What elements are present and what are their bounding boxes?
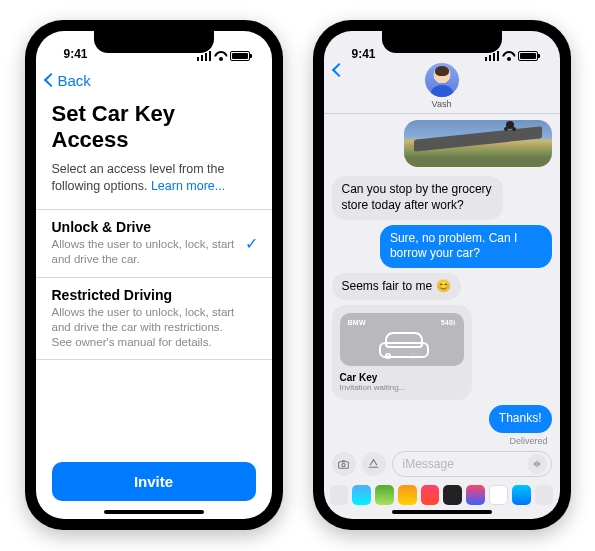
message-thread[interactable]: Can you stop by the grocery store today … (324, 114, 560, 446)
access-options: Unlock & Drive Allows the user to unlock… (36, 209, 272, 361)
status-bar: 9:41 (324, 31, 560, 63)
app-shortcut[interactable] (375, 485, 394, 505)
message-in[interactable]: Can you stop by the grocery store today … (332, 176, 504, 219)
svg-rect-0 (339, 461, 349, 468)
status-bar: 9:41 (36, 31, 272, 63)
message-out[interactable]: Sure, no problem. Can I borrow your car? (380, 225, 552, 268)
screen-messages: 9:41 Vash Can you stop by the grocery st… (324, 31, 560, 519)
phone-left: 9:41 Back Set Car Key Access Select an a… (25, 20, 283, 530)
app-shortcut[interactable] (466, 485, 485, 505)
cellular-icon (485, 51, 500, 61)
page-title: Set Car Key Access (52, 101, 256, 153)
camera-button[interactable] (332, 452, 356, 476)
key-card-title: Car Key (340, 372, 464, 383)
messages-header: Vash (324, 63, 560, 114)
camera-icon (337, 458, 350, 471)
back-button[interactable]: Back (46, 72, 91, 89)
screen-settings: 9:41 Back Set Car Key Access Select an a… (36, 31, 272, 519)
status-time: 9:41 (342, 47, 376, 61)
home-indicator[interactable] (392, 510, 492, 514)
cellular-icon (197, 51, 212, 61)
chevron-left-icon (331, 63, 345, 77)
checkmark-icon: ✓ (245, 234, 258, 253)
app-shortcut[interactable] (398, 485, 417, 505)
key-card-status: Invitation waiting... (340, 383, 464, 392)
learn-more-link[interactable]: Learn more... (151, 179, 225, 193)
app-shortcut[interactable] (512, 485, 531, 505)
contact-name: Vash (324, 99, 560, 109)
dictate-button[interactable] (527, 454, 547, 474)
option-title: Restricted Driving (52, 287, 256, 303)
emoji-smile-icon: 😊 (436, 279, 451, 293)
input-bar: iMessage (324, 446, 560, 482)
svg-rect-2 (342, 460, 345, 462)
back-label: Back (58, 72, 91, 89)
battery-icon (518, 51, 538, 61)
input-placeholder: iMessage (403, 457, 454, 471)
appstore-icon (367, 458, 380, 471)
message-input[interactable]: iMessage (392, 451, 552, 477)
option-title: Unlock & Drive (52, 219, 256, 235)
message-in[interactable]: Seems fair to me 😊 (332, 273, 461, 301)
battery-icon (230, 51, 250, 61)
app-shortcut[interactable] (352, 485, 371, 505)
nav-bar: Back (36, 63, 272, 97)
chevron-left-icon (43, 73, 57, 87)
phone-right: 9:41 Vash Can you stop by the grocery st… (313, 20, 571, 530)
status-time: 9:41 (54, 47, 88, 61)
message-out[interactable]: Thanks! (489, 405, 552, 433)
waveform-icon (532, 459, 542, 469)
page-subtitle: Select an access level from the followin… (52, 161, 256, 195)
option-desc: Allows the user to unlock, lock, start a… (52, 305, 256, 350)
wifi-icon (214, 51, 228, 61)
image-attachment[interactable] (404, 120, 552, 167)
car-icon (379, 332, 425, 356)
status-indicators (485, 51, 542, 61)
contact-avatar[interactable] (425, 63, 459, 97)
app-shortcut[interactable] (421, 485, 440, 505)
delivered-label: Delivered (509, 436, 547, 446)
key-model: 540i (441, 319, 456, 326)
wifi-icon (502, 51, 516, 61)
option-unlock-drive[interactable]: Unlock & Drive Allows the user to unlock… (36, 209, 272, 277)
key-brand: BMW (348, 319, 366, 326)
back-button[interactable] (334, 65, 344, 75)
key-tile: BMW 540i (340, 313, 464, 366)
status-indicators (197, 51, 254, 61)
app-shortcut[interactable] (443, 485, 462, 505)
apps-button[interactable] (362, 452, 386, 476)
app-shortcut[interactable] (535, 485, 554, 505)
home-indicator[interactable] (104, 510, 204, 514)
invite-button[interactable]: Invite (52, 462, 256, 501)
app-shortcut[interactable] (330, 485, 349, 505)
svg-point-1 (342, 463, 345, 466)
option-desc: Allows the user to unlock, lock, start a… (52, 237, 256, 267)
app-shortcut[interactable] (489, 485, 508, 505)
content: Set Car Key Access Select an access leve… (36, 97, 272, 519)
car-key-card[interactable]: BMW 540i Car Key Invitation waiting... (332, 305, 472, 400)
option-restricted[interactable]: Restricted Driving Allows the user to un… (36, 277, 272, 361)
